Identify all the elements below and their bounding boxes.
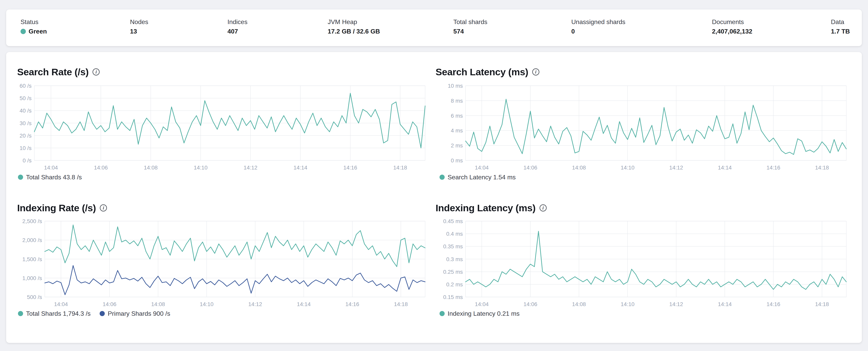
legend-item[interactable]: Total Shards 1,794.3 /s [18, 310, 91, 317]
x-axis-label: 14:18 [815, 165, 829, 171]
stat-status-label: Status [21, 18, 47, 26]
x-axis-label: 14:06 [523, 165, 537, 171]
chart-header-search-rate: Search Rate (/s) i [17, 66, 100, 78]
legend-item[interactable]: Indexing Latency 0.21 ms [439, 310, 520, 317]
y-axis-label: 6 ms [451, 113, 463, 119]
x-axis-label: 14:12 [244, 165, 257, 171]
legend-label: Total Shards 43.8 /s [26, 173, 82, 181]
series-line-search-latency [466, 99, 846, 154]
chart-module-indexing-latency: Indexing Latency (ms) i 0.15 ms0.2 ms0.2… [436, 200, 858, 338]
stat-data: Data 1.7 TB [831, 18, 850, 35]
chart-module-indexing-rate: Indexing Rate (/s) i 500 /s1,000 /s1,500… [6, 200, 438, 338]
stat-nodes-label: Nodes [130, 18, 148, 26]
x-axis-label: 14:08 [144, 165, 158, 171]
legend-item[interactable]: Search Latency 1.54 ms [439, 173, 516, 181]
y-axis-label: 20 /s [20, 133, 32, 139]
chart-header-indexing-rate: Indexing Rate (/s) i [17, 202, 107, 214]
x-axis-label: 14:14 [297, 301, 311, 307]
cluster-status-bar: Status Green Nodes 13 Indices 407 JVM He… [6, 9, 862, 46]
x-axis-label: 14:08 [572, 301, 586, 307]
stat-unassigned-shards: Unassigned shards 0 [571, 18, 625, 35]
x-axis-label: 14:16 [345, 301, 359, 307]
x-axis-label: 14:18 [393, 165, 407, 171]
stat-nodes-value: 13 [130, 28, 148, 35]
x-axis-label: 14:04 [54, 301, 68, 307]
status-health-dot-icon [21, 29, 26, 34]
x-axis-label: 14:12 [669, 165, 683, 171]
stat-indices-label: Indices [227, 18, 247, 26]
x-axis-label: 14:04 [475, 165, 489, 171]
stat-data-value: 1.7 TB [831, 28, 850, 35]
legend-label: Primary Shards 900 /s [108, 310, 170, 317]
indexing-latency-legend: Indexing Latency 0.21 ms [439, 310, 520, 317]
x-axis-label: 14:16 [343, 165, 357, 171]
x-axis-label: 14:08 [151, 301, 165, 307]
stat-jvm-heap-label: JVM Heap [328, 18, 380, 26]
x-axis-label: 14:10 [621, 165, 634, 171]
stat-jvm-heap: JVM Heap 17.2 GB / 32.6 GB [328, 18, 380, 35]
y-axis-label: 500 /s [27, 294, 42, 300]
info-icon[interactable]: i [100, 204, 107, 211]
legend-dot-icon [439, 175, 445, 180]
legend-dot-icon [100, 311, 105, 316]
y-axis-label: 0.25 ms [443, 269, 463, 275]
y-axis-label: 0.2 ms [446, 281, 463, 287]
chart-title-indexing-rate: Indexing Rate (/s) [17, 202, 96, 214]
x-axis-label: 14:10 [194, 165, 208, 171]
x-axis-label: 14:04 [475, 301, 489, 307]
stat-status: Status Green [21, 18, 47, 35]
y-axis-label: 10 ms [448, 83, 463, 89]
series-line-total-shards [45, 225, 425, 267]
legend-label: Total Shards 1,794.3 /s [26, 310, 91, 317]
y-axis-label: 50 /s [20, 95, 32, 101]
legend-dot-icon [18, 311, 23, 316]
x-axis-label: 14:06 [102, 301, 116, 307]
chart-title-search-rate: Search Rate (/s) [17, 66, 89, 78]
x-axis-label: 14:18 [394, 301, 408, 307]
stat-total-shards-value: 574 [453, 28, 488, 35]
chart-header-indexing-latency: Indexing Latency (ms) i [436, 202, 547, 214]
y-axis-label: 0.3 ms [446, 256, 463, 262]
info-icon[interactable]: i [539, 204, 547, 211]
x-axis-label: 14:10 [621, 301, 634, 307]
y-axis-label: 2,500 /s [22, 218, 42, 224]
legend-label: Indexing Latency 0.21 ms [447, 310, 520, 317]
indexing-latency-chart[interactable]: 0.15 ms0.2 ms0.25 ms0.3 ms0.35 ms0.4 ms0… [436, 218, 852, 311]
x-axis-label: 14:16 [766, 301, 780, 307]
y-axis-label: 10 /s [20, 145, 32, 151]
series-line-primary-shards [45, 266, 425, 295]
y-axis-label: 60 /s [20, 83, 32, 89]
legend-dot-icon [18, 175, 23, 180]
y-axis-label: 1,000 /s [22, 275, 42, 281]
legend-item[interactable]: Primary Shards 900 /s [100, 310, 170, 317]
stat-jvm-heap-value: 17.2 GB / 32.6 GB [328, 28, 380, 35]
y-axis-label: 4 ms [451, 128, 463, 134]
chart-header-search-latency: Search Latency (ms) i [436, 66, 539, 78]
series-line-total-shards [34, 93, 425, 148]
search-latency-legend: Search Latency 1.54 ms [439, 173, 516, 181]
chart-title-search-latency: Search Latency (ms) [436, 66, 528, 78]
search-latency-chart[interactable]: 0 ms2 ms4 ms6 ms8 ms10 ms14:0414:0614:08… [436, 83, 852, 174]
info-icon[interactable]: i [532, 68, 539, 75]
stat-status-value: Green [21, 28, 47, 35]
chart-module-search-latency: Search Latency (ms) i 0 ms2 ms4 ms6 ms8 … [436, 64, 858, 198]
info-icon[interactable]: i [93, 68, 100, 75]
y-axis-label: 0.45 ms [443, 218, 463, 224]
legend-item[interactable]: Total Shards 43.8 /s [18, 173, 82, 181]
stat-documents-value: 2,407,062,132 [712, 28, 752, 35]
indexing-rate-chart[interactable]: 500 /s1,000 /s1,500 /s2,000 /s2,500 /s14… [6, 218, 431, 311]
y-axis-label: 0.35 ms [443, 243, 463, 249]
x-axis-label: 14:14 [718, 165, 732, 171]
x-axis-label: 14:18 [815, 301, 829, 307]
y-axis-label: 2,000 /s [22, 237, 42, 243]
series-line-indexing-latency [466, 231, 846, 289]
x-axis-label: 14:06 [94, 165, 108, 171]
legend-dot-icon [439, 311, 445, 316]
y-axis-label: 0 ms [451, 157, 463, 164]
x-axis-label: 14:14 [718, 301, 732, 307]
y-axis-label: 0.15 ms [443, 294, 463, 300]
indexing-rate-legend: Total Shards 1,794.3 /sPrimary Shards 90… [18, 310, 170, 317]
search-rate-chart[interactable]: 0 /s10 /s20 /s30 /s40 /s50 /s60 /s14:041… [6, 83, 431, 174]
stat-unassigned-shards-value: 0 [571, 28, 625, 35]
search-rate-legend: Total Shards 43.8 /s [18, 173, 82, 181]
